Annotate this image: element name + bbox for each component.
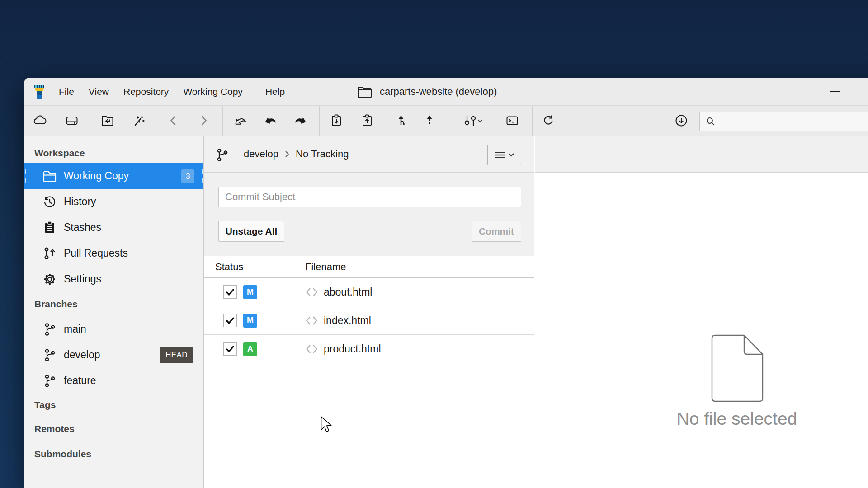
menu-help[interactable]: Help	[258, 78, 292, 105]
unstage-all-button[interactable]: Unstage All	[218, 221, 284, 242]
pull-request-icon	[42, 246, 57, 261]
sidebar-item-branch-main[interactable]: main	[24, 316, 203, 342]
desktop: { "window": { "title": "carparts-website…	[0, 0, 868, 488]
back-icon[interactable]	[167, 114, 180, 127]
discard-icon[interactable]	[233, 114, 246, 127]
no-file-selected-text: No file selected	[601, 409, 868, 429]
sidebar-item-pull-requests[interactable]: Pull Requests	[24, 240, 203, 266]
status-badge-modified: M	[243, 314, 257, 328]
file-row-product[interactable]: A product.html	[204, 335, 534, 363]
breadcrumb-branch[interactable]: develop	[244, 148, 278, 160]
stage-checkbox[interactable]	[223, 285, 237, 299]
column-divider	[296, 256, 296, 277]
sidebar-item-label: Working Copy	[64, 170, 129, 182]
sidebar-section-branches: Branches	[24, 292, 203, 316]
compare-branches-icon[interactable]	[461, 114, 483, 127]
sidebar-item-history[interactable]: History	[24, 189, 203, 215]
commit-subject-input[interactable]	[218, 187, 521, 207]
open-repository-icon[interactable]	[101, 114, 114, 127]
search-input[interactable]	[699, 112, 868, 131]
branch-icon	[42, 348, 57, 362]
branch-icon	[42, 374, 57, 388]
terminal-icon[interactable]	[505, 114, 519, 127]
toolbar-separator	[385, 106, 385, 136]
menu-view[interactable]: View	[81, 78, 116, 105]
section-label: Branches	[34, 299, 78, 310]
head-badge: HEAD	[160, 347, 193, 363]
toolbar-separator	[495, 106, 495, 136]
commit-area: Unstage All Commit	[204, 173, 534, 256]
magic-wand-icon[interactable]	[132, 114, 146, 127]
undo-icon[interactable]	[264, 114, 277, 127]
filename: about.html	[324, 278, 372, 306]
breadcrumb-status[interactable]: No Tracking	[296, 148, 349, 160]
status-badge-added: A	[243, 342, 257, 356]
code-file-icon	[305, 316, 318, 325]
toolbar	[24, 106, 868, 136]
filename: index.html	[324, 306, 371, 334]
document-icon	[710, 334, 765, 402]
view-options-button[interactable]	[487, 145, 521, 165]
gear-icon	[42, 272, 57, 286]
folder-icon	[42, 169, 57, 183]
stash-save-icon[interactable]	[330, 114, 343, 127]
cloud-icon[interactable]	[33, 114, 47, 127]
menu-working-copy[interactable]: Working Copy	[176, 78, 250, 105]
sidebar-item-label: main	[64, 323, 86, 335]
checkmark-icon	[224, 286, 236, 298]
count-badge: 3	[181, 169, 194, 183]
clipboard-icon	[42, 221, 57, 235]
file-preview-panel: No file selected	[535, 136, 868, 488]
hamburger-icon	[495, 150, 505, 160]
chevron-right-icon	[285, 150, 289, 158]
sidebar-item-label: Stashes	[64, 221, 101, 234]
sidebar-item-settings[interactable]: Settings	[24, 266, 203, 292]
sidebar-item-branch-develop[interactable]: develop HEAD	[24, 342, 203, 368]
menu-repository[interactable]: Repository	[116, 78, 176, 105]
checkmark-icon	[224, 314, 236, 327]
section-label: Submodules	[34, 449, 91, 460]
app-window: File View Repository Working Copy Help c…	[24, 78, 868, 488]
column-filename[interactable]: Filename	[305, 256, 346, 277]
sidebar-item-label: History	[64, 196, 96, 208]
commit-button[interactable]: Commit	[472, 221, 521, 242]
clock-icon	[42, 195, 57, 209]
forward-icon[interactable]	[197, 114, 210, 127]
sidebar-item-label: feature	[64, 375, 96, 387]
sidebar-item-label: Settings	[64, 273, 101, 285]
minimize-button[interactable]	[825, 78, 845, 105]
refresh-icon[interactable]	[542, 114, 555, 127]
filename: product.html	[324, 335, 381, 363]
code-file-icon	[305, 344, 318, 354]
redo-icon[interactable]	[294, 114, 307, 127]
branch-icon	[216, 148, 229, 162]
file-row-about[interactable]: M about.html	[204, 278, 534, 306]
fetch-download-icon[interactable]	[675, 114, 688, 127]
stage-checkbox[interactable]	[223, 314, 237, 327]
column-status[interactable]: Status	[215, 256, 243, 277]
sidebar-item-stashes[interactable]: Stashes	[24, 215, 203, 240]
stash-apply-icon[interactable]	[360, 114, 374, 127]
preview-top-strip	[535, 136, 868, 173]
file-row-index[interactable]: M index.html	[204, 306, 534, 335]
sidebar-item-branch-feature[interactable]: feature	[24, 368, 203, 394]
toolbar-separator	[451, 106, 451, 136]
checkmark-icon	[224, 343, 236, 355]
stage-checkbox[interactable]	[223, 342, 237, 356]
branch-icon	[42, 322, 57, 337]
window-title-group: carparts-website (develop)	[357, 78, 497, 105]
pull-icon[interactable]	[396, 114, 410, 127]
sidebar-section-workspace: Workspace	[24, 143, 203, 163]
push-icon[interactable]	[423, 114, 436, 127]
window-title: carparts-website (develop)	[380, 86, 497, 98]
status-badge-modified: M	[243, 285, 257, 299]
app-icon	[34, 84, 45, 100]
toolbar-separator	[532, 106, 533, 136]
toolbar-separator	[222, 106, 223, 136]
sidebar-section-remotes[interactable]: Remotes	[24, 416, 203, 441]
hard-drive-icon[interactable]	[65, 114, 79, 127]
sidebar-item-working-copy[interactable]: Working Copy 3	[24, 163, 203, 189]
sidebar-section-tags[interactable]: Tags	[24, 394, 203, 416]
sidebar-section-submodules[interactable]: Submodules	[24, 441, 203, 467]
menu-file[interactable]: File	[52, 78, 81, 105]
